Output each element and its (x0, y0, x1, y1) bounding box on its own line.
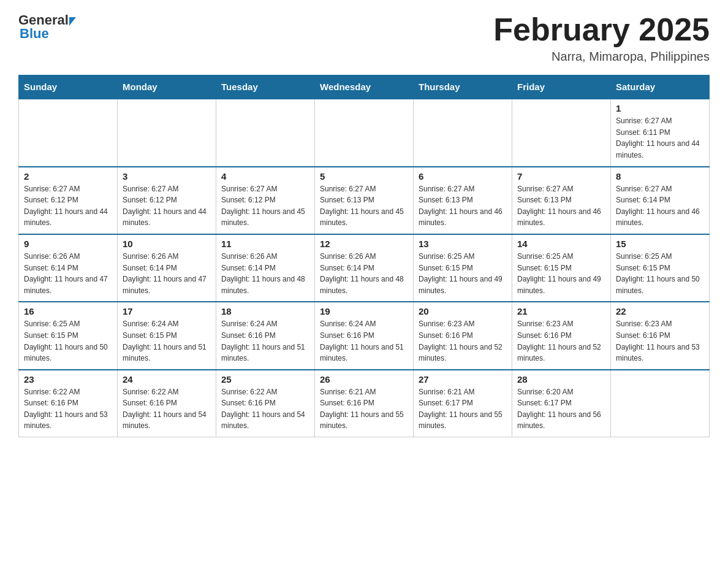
calendar-cell: 20Sunrise: 6:23 AM Sunset: 6:16 PM Dayli… (414, 302, 512, 369)
col-wednesday: Wednesday (315, 75, 414, 99)
day-info: Sunrise: 6:26 AM Sunset: 6:14 PM Dayligh… (24, 251, 112, 296)
day-number: 10 (123, 239, 211, 249)
day-number: 7 (517, 171, 605, 182)
day-number: 2 (24, 171, 112, 182)
day-info: Sunrise: 6:21 AM Sunset: 6:16 PM Dayligh… (320, 386, 408, 432)
day-info: Sunrise: 6:26 AM Sunset: 6:14 PM Dayligh… (320, 251, 408, 296)
calendar-cell: 15Sunrise: 6:25 AM Sunset: 6:15 PM Dayli… (611, 234, 710, 302)
calendar-cell: 26Sunrise: 6:21 AM Sunset: 6:16 PM Dayli… (315, 370, 414, 437)
day-info: Sunrise: 6:22 AM Sunset: 6:16 PM Dayligh… (221, 386, 309, 432)
day-info: Sunrise: 6:27 AM Sunset: 6:14 PM Dayligh… (616, 183, 704, 229)
day-info: Sunrise: 6:22 AM Sunset: 6:16 PM Dayligh… (123, 386, 211, 432)
day-info: Sunrise: 6:23 AM Sunset: 6:16 PM Dayligh… (616, 318, 704, 364)
calendar-cell: 16Sunrise: 6:25 AM Sunset: 6:15 PM Dayli… (19, 302, 118, 369)
day-number: 13 (419, 239, 507, 249)
day-info: Sunrise: 6:27 AM Sunset: 6:12 PM Dayligh… (123, 183, 211, 229)
day-number: 26 (320, 374, 408, 385)
calendar-cell: 24Sunrise: 6:22 AM Sunset: 6:16 PM Dayli… (118, 370, 216, 437)
calendar-cell: 23Sunrise: 6:22 AM Sunset: 6:16 PM Dayli… (19, 370, 118, 437)
calendar-cell (315, 99, 414, 166)
day-number: 16 (24, 306, 112, 316)
day-info: Sunrise: 6:22 AM Sunset: 6:16 PM Dayligh… (24, 386, 112, 432)
col-sunday: Sunday (19, 75, 118, 99)
day-info: Sunrise: 6:25 AM Sunset: 6:15 PM Dayligh… (517, 251, 605, 296)
calendar-cell (611, 370, 710, 437)
calendar-cell: 14Sunrise: 6:25 AM Sunset: 6:15 PM Dayli… (512, 234, 611, 302)
calendar-cell (19, 99, 118, 166)
calendar-cell: 6Sunrise: 6:27 AM Sunset: 6:13 PM Daylig… (414, 167, 512, 234)
calendar-table: Sunday Monday Tuesday Wednesday Thursday… (18, 75, 710, 437)
day-number: 5 (320, 171, 408, 182)
col-tuesday: Tuesday (216, 75, 315, 99)
day-info: Sunrise: 6:20 AM Sunset: 6:17 PM Dayligh… (517, 386, 605, 432)
calendar-week-row: 1Sunrise: 6:27 AM Sunset: 6:11 PM Daylig… (19, 99, 710, 166)
day-info: Sunrise: 6:23 AM Sunset: 6:16 PM Dayligh… (419, 318, 507, 364)
day-number: 6 (419, 171, 507, 182)
day-info: Sunrise: 6:26 AM Sunset: 6:14 PM Dayligh… (123, 251, 211, 296)
calendar-header-row: Sunday Monday Tuesday Wednesday Thursday… (19, 75, 710, 99)
day-number: 4 (221, 171, 309, 182)
col-saturday: Saturday (611, 75, 710, 99)
day-info: Sunrise: 6:25 AM Sunset: 6:15 PM Dayligh… (24, 318, 112, 364)
col-friday: Friday (512, 75, 611, 99)
day-info: Sunrise: 6:27 AM Sunset: 6:13 PM Dayligh… (320, 183, 408, 229)
day-number: 19 (320, 306, 408, 316)
logo-triangle-icon (69, 17, 76, 26)
col-thursday: Thursday (414, 75, 512, 99)
logo-blue-text: Blue (20, 26, 49, 42)
day-info: Sunrise: 6:25 AM Sunset: 6:15 PM Dayligh… (419, 251, 507, 296)
day-number: 23 (24, 374, 112, 385)
day-number: 12 (320, 239, 408, 249)
calendar-cell (414, 99, 512, 166)
day-info: Sunrise: 6:27 AM Sunset: 6:12 PM Dayligh… (24, 183, 112, 229)
day-info: Sunrise: 6:27 AM Sunset: 6:12 PM Dayligh… (221, 183, 309, 229)
calendar-cell: 21Sunrise: 6:23 AM Sunset: 6:16 PM Dayli… (512, 302, 611, 369)
day-info: Sunrise: 6:27 AM Sunset: 6:13 PM Dayligh… (517, 183, 605, 229)
logo: General Blue (18, 12, 76, 42)
calendar-cell: 13Sunrise: 6:25 AM Sunset: 6:15 PM Dayli… (414, 234, 512, 302)
location-subtitle: Narra, Mimaropa, Philippines (493, 50, 710, 64)
day-info: Sunrise: 6:27 AM Sunset: 6:13 PM Dayligh… (419, 183, 507, 229)
calendar-cell: 22Sunrise: 6:23 AM Sunset: 6:16 PM Dayli… (611, 302, 710, 369)
day-info: Sunrise: 6:27 AM Sunset: 6:11 PM Dayligh… (616, 115, 704, 161)
calendar-cell: 28Sunrise: 6:20 AM Sunset: 6:17 PM Dayli… (512, 370, 611, 437)
col-monday: Monday (118, 75, 216, 99)
page-header: General Blue February 2025 Narra, Mimaro… (18, 12, 710, 64)
calendar-cell: 3Sunrise: 6:27 AM Sunset: 6:12 PM Daylig… (118, 167, 216, 234)
day-info: Sunrise: 6:26 AM Sunset: 6:14 PM Dayligh… (221, 251, 309, 296)
day-info: Sunrise: 6:21 AM Sunset: 6:17 PM Dayligh… (419, 386, 507, 432)
day-number: 25 (221, 374, 309, 385)
calendar-cell (216, 99, 315, 166)
calendar-week-row: 16Sunrise: 6:25 AM Sunset: 6:15 PM Dayli… (19, 302, 710, 369)
day-number: 11 (221, 239, 309, 249)
day-info: Sunrise: 6:23 AM Sunset: 6:16 PM Dayligh… (517, 318, 605, 364)
calendar-cell (118, 99, 216, 166)
day-info: Sunrise: 6:24 AM Sunset: 6:16 PM Dayligh… (221, 318, 309, 364)
calendar-cell: 19Sunrise: 6:24 AM Sunset: 6:16 PM Dayli… (315, 302, 414, 369)
calendar-week-row: 9Sunrise: 6:26 AM Sunset: 6:14 PM Daylig… (19, 234, 710, 302)
title-block: February 2025 Narra, Mimaropa, Philippin… (493, 12, 710, 64)
month-title: February 2025 (493, 12, 710, 47)
calendar-cell: 5Sunrise: 6:27 AM Sunset: 6:13 PM Daylig… (315, 167, 414, 234)
day-number: 22 (616, 306, 704, 316)
day-number: 20 (419, 306, 507, 316)
calendar-cell: 1Sunrise: 6:27 AM Sunset: 6:11 PM Daylig… (611, 99, 710, 166)
calendar-cell: 27Sunrise: 6:21 AM Sunset: 6:17 PM Dayli… (414, 370, 512, 437)
day-number: 17 (123, 306, 211, 316)
day-number: 3 (123, 171, 211, 182)
day-number: 8 (616, 171, 704, 182)
calendar-cell: 9Sunrise: 6:26 AM Sunset: 6:14 PM Daylig… (19, 234, 118, 302)
day-number: 14 (517, 239, 605, 249)
calendar-cell: 8Sunrise: 6:27 AM Sunset: 6:14 PM Daylig… (611, 167, 710, 234)
day-number: 15 (616, 239, 704, 249)
day-number: 1 (616, 103, 704, 113)
calendar-cell: 12Sunrise: 6:26 AM Sunset: 6:14 PM Dayli… (315, 234, 414, 302)
calendar-week-row: 23Sunrise: 6:22 AM Sunset: 6:16 PM Dayli… (19, 370, 710, 437)
day-number: 18 (221, 306, 309, 316)
day-info: Sunrise: 6:24 AM Sunset: 6:15 PM Dayligh… (123, 318, 211, 364)
calendar-cell: 2Sunrise: 6:27 AM Sunset: 6:12 PM Daylig… (19, 167, 118, 234)
calendar-cell: 25Sunrise: 6:22 AM Sunset: 6:16 PM Dayli… (216, 370, 315, 437)
day-number: 9 (24, 239, 112, 249)
day-number: 24 (123, 374, 211, 385)
calendar-cell: 17Sunrise: 6:24 AM Sunset: 6:15 PM Dayli… (118, 302, 216, 369)
